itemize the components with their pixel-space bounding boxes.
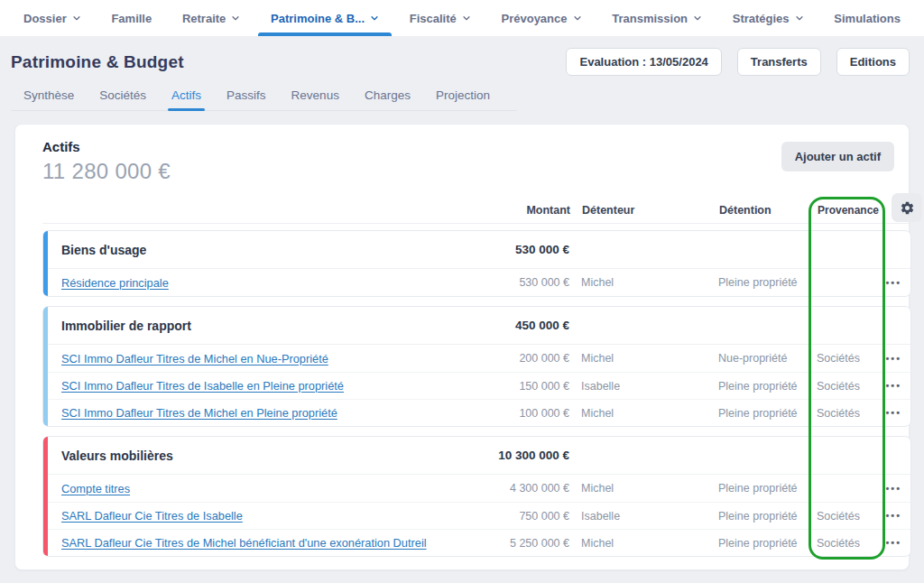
asset-detenteur: Michel [569,482,678,495]
row-menu-button[interactable]: ••• [880,536,901,550]
section-valeurs-mobili-res: Valeurs mobilières 10 300 000 € Compte t… [42,436,911,557]
asset-detention: Pleine propriété [678,537,779,550]
button-label: Transferts [751,55,808,69]
editions-button[interactable]: Editions [836,48,910,76]
asset-sections: Biens d'usage 530 000 € Résidence princi… [42,230,911,557]
column-header-detention: Détention [679,204,780,217]
tab-label: Passifs [226,88,266,102]
asset-link[interactable]: Résidence principale [61,276,461,290]
evaluation-13-05-2024-button[interactable]: Evaluation : 13/05/2024 [566,48,721,76]
section-header: Valeurs mobilières 10 300 000 € [43,437,910,475]
tab-label: Synthèse [23,88,74,102]
section-immobilier-de-rapport: Immobilier de rapport 450 000 € SCI Immo… [42,306,911,427]
asset-detention: Pleine propriété [678,510,779,523]
row-menu-button[interactable]: ••• [880,276,901,290]
transferts-button[interactable]: Transferts [737,48,821,76]
table-header-row: Montant Détenteur Détention Provenance [42,197,911,224]
asset-link[interactable]: SCI Immo Dafleur Titres de Michel en Nue… [61,352,461,366]
nav-item-label: Famille [111,12,152,25]
nav-item-label: Retraite [182,12,226,25]
tab-passifs[interactable]: Passifs [214,81,279,110]
section-rows: Résidence principale 530 000 € Michel Pl… [43,269,910,296]
asset-link[interactable]: SARL Dafleur Cie Titres de Michel bénéfi… [61,536,461,550]
tab-projection[interactable]: Projection [423,81,503,110]
asset-link[interactable]: Compte titres [61,482,461,495]
asset-montant: 100 000 € [461,407,569,420]
nav-item-famille[interactable]: Famille [111,0,152,36]
row-menu-button[interactable]: ••• [880,352,901,366]
chevron-down-icon [231,14,240,23]
nav-item-retraite[interactable]: Retraite [182,0,240,36]
chevron-down-icon [573,14,582,23]
asset-link[interactable]: SARL Dafleur Cie Titres de Isabelle [61,509,461,523]
tab-label: Revenus [291,88,339,102]
asset-montant: 150 000 € [461,380,569,393]
row-menu-button[interactable]: ••• [880,406,901,420]
asset-link[interactable]: SCI Immo Dafleur Titres de Isabelle en P… [61,379,461,393]
section-header: Immobilier de rapport 450 000 € [43,307,910,345]
asset-provenance: Sociétés [779,380,867,393]
add-asset-button[interactable]: Ajouter un actif [781,142,894,171]
section-rows: Compte titres 4 300 000 € Michel Pleine … [43,475,910,556]
nav-item-pr-voyance[interactable]: Prévoyance [502,0,582,36]
tab-label: Actifs [171,88,201,102]
tab-actifs[interactable]: Actifs [159,81,214,110]
nav-item-fiscalit[interactable]: Fiscalité [410,0,471,36]
assets-table: Montant Détenteur Détention Provenance B… [42,197,911,557]
nav-item-label: Prévoyance [502,12,568,25]
asset-detention: Pleine propriété [678,482,779,495]
asset-detenteur: Isabelle [569,380,678,393]
asset-provenance: Sociétés [779,537,867,550]
asset-detention: Pleine propriété [678,380,779,393]
chevron-down-icon [72,14,81,23]
asset-montant: 5 250 000 € [461,537,569,550]
nav-item-patrimoine-b[interactable]: Patrimoine & B... [271,0,379,36]
asset-montant: 4 300 000 € [461,482,569,495]
nav-item-strat-gies[interactable]: Stratégies [733,0,804,36]
tab-soci-t-s[interactable]: Sociétés [87,81,159,110]
asset-montant: 200 000 € [461,352,569,365]
actifs-card: Actifs 11 280 000 € Ajouter un actif Mon… [14,124,910,570]
button-label: Evaluation : 13/05/2024 [579,55,707,69]
asset-row: Résidence principale 530 000 € Michel Pl… [43,269,910,296]
asset-provenance: Sociétés [779,352,867,365]
tab-synth-se[interactable]: Synthèse [11,81,87,110]
asset-row: SCI Immo Dafleur Titres de Michel en Ple… [43,399,910,426]
asset-detenteur: Michel [569,537,678,550]
asset-montant: 530 000 € [461,276,569,289]
nav-item-label: Patrimoine & B... [271,12,365,25]
chevron-down-icon [462,14,471,23]
asset-detenteur: Michel [569,352,678,365]
row-menu-button[interactable]: ••• [880,482,901,495]
table-settings-button[interactable] [892,193,922,222]
section-name: Biens d'usage [61,243,461,257]
nav-item-label: Simulations [834,12,901,25]
page-title: Patrimoine & Budget [11,52,184,72]
section-header: Biens d'usage 530 000 € [43,231,910,269]
section-total: 10 300 000 € [461,449,569,462]
nav-item-dossier[interactable]: Dossier [23,0,81,36]
asset-detenteur: Michel [569,407,678,420]
nav-item-transmission[interactable]: Transmission [612,0,702,36]
row-menu-button[interactable]: ••• [880,509,901,523]
page-header: Patrimoine & Budget Evaluation : 13/05/2… [0,36,924,81]
asset-detention: Nue-propriété [678,352,779,365]
tab-label: Charges [365,88,411,102]
row-menu-button[interactable]: ••• [880,379,901,393]
asset-row: SCI Immo Dafleur Titres de Michel en Nue… [43,345,910,372]
chevron-down-icon [795,14,804,23]
nav-item-label: Dossier [23,12,67,25]
asset-row: Compte titres 4 300 000 € Michel Pleine … [43,475,910,502]
section-total: 530 000 € [461,243,569,256]
nav-item-simulations[interactable]: Simulations [834,0,901,36]
asset-link[interactable]: SCI Immo Dafleur Titres de Michel en Ple… [61,406,461,420]
tab-charges[interactable]: Charges [352,81,423,110]
tab-revenus[interactable]: Revenus [279,81,352,110]
column-header-provenance: Provenance [780,204,868,217]
asset-detention: Pleine propriété [678,276,779,289]
asset-provenance: Sociétés [779,407,867,420]
asset-detenteur: Michel [569,276,678,289]
nav-item-label: Stratégies [733,12,790,25]
sub-tabs: Synthèse Sociétés Actifs Passifs Revenus… [11,81,517,111]
asset-row: SARL Dafleur Cie Titres de Isabelle 750 … [43,502,910,529]
